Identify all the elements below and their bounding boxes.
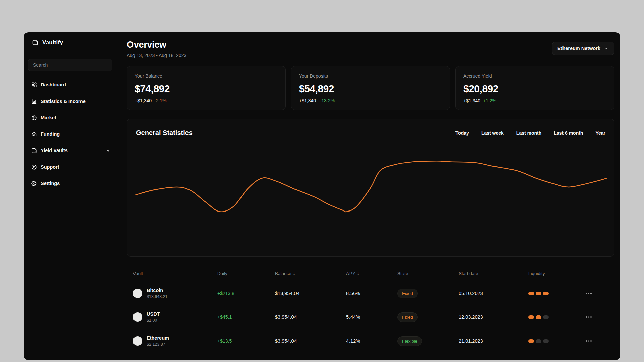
vault-price: $2,123.87 [147,342,169,347]
start-date-cell: 12.03.2023 [459,314,528,320]
liquidity-pill [536,292,541,295]
column-header-vault: Vault [133,271,217,276]
sidebar: Vaultify DashboardStatistics & IncomeMar… [24,32,118,360]
row-menu-button[interactable] [585,291,608,296]
sidebar-item-support[interactable]: Support [28,160,114,174]
wallet-icon [31,147,37,154]
sort-descending-icon: ↓ [293,271,296,276]
menu-dot [588,316,590,318]
chevron-down-icon [105,148,111,154]
column-header-label: Start date [459,271,478,276]
sidebar-item-label: Funding [41,131,60,137]
column-header-label: Vault [133,271,143,276]
gear-icon [31,180,37,187]
stat-card-delta: +$1,340+1.2% [463,98,607,103]
balance-cell: $13,954.04 [275,291,346,296]
app-logo: Vaultify [24,32,118,53]
column-header-label: Balance [275,271,291,276]
stat-card-label: Your Deposits [299,73,442,79]
state-badge: Fixed [397,312,418,322]
search-input[interactable] [28,59,112,71]
sidebar-item-dashboard[interactable]: Dashboard [28,78,114,92]
sidebar-item-funding[interactable]: Funding [28,127,114,141]
sidebar-item-settings[interactable]: Settings [28,177,114,190]
network-selector[interactable]: Ethereum Network [552,42,614,55]
start-date-cell: 21.01.2023 [459,338,528,344]
page-title: Overview [127,40,186,50]
main-header: Overview Aug 13, 2023 - Aug 18, 2023 Eth… [127,40,614,58]
page-heading: Overview Aug 13, 2023 - Aug 18, 2023 [127,40,186,58]
apy-cell: 4.12% [346,338,397,344]
daily-change-cell: +$45.1 [217,314,275,320]
time-filter-today[interactable]: Today [455,130,469,136]
state-cell: Fixed [397,312,459,322]
sidebar-item-label: Dashboard [41,82,66,87]
liquidity-pill [536,315,541,319]
main-content: Overview Aug 13, 2023 - Aug 18, 2023 Eth… [118,32,620,360]
table-row: Bitcoin$13,643.21+$213.8$13,954.048.56%F… [127,282,614,305]
daily-change-cell: +$213.8 [217,291,275,296]
sidebar-item-label: Support [41,164,59,170]
wallet-icon [32,39,39,46]
table-body: Bitcoin$13,643.21+$213.8$13,954.048.56%F… [127,282,614,353]
time-filter-last-week[interactable]: Last week [481,130,504,136]
state-badge: Flexible [397,336,422,346]
vault-name-wrap: Ethereum$2,123.87 [147,335,169,347]
liquidity-indicator [528,339,585,343]
stat-card-delta-percent: +13.2% [319,98,335,103]
vault-cell: USDT$1.00 [133,311,217,323]
column-header-apy[interactable]: APY↓ [346,271,397,276]
liquidity-indicator [528,315,585,319]
sidebar-item-yield-vaults[interactable]: Yield Vaults [28,144,114,157]
sidebar-nav: DashboardStatistics & IncomeMarketFundin… [24,78,118,190]
liquidity-pill [536,339,541,343]
row-menu-button[interactable] [585,338,608,344]
time-filter-last-month[interactable]: Last month [516,130,541,136]
column-header-start-date: Start date [459,271,528,276]
column-header-liquidity: Liquidity [528,271,585,276]
stat-card-value: $54,892 [299,83,442,95]
lifebuoy-icon [31,164,37,170]
time-filters: TodayLast weekLast monthLast 6 monthYear [455,130,605,136]
balance-cell: $3,954.04 [275,314,346,320]
liquidity-pill [543,315,549,319]
app-title: Vaultify [42,39,63,46]
stat-card-delta-absolute: +$1,340 [463,98,480,103]
vault-name: Ethereum [147,335,169,341]
stat-card-delta-absolute: +$1,340 [299,98,316,103]
menu-dot [586,340,587,342]
chart-title: General Statistics [136,129,193,137]
vault-cell: Bitcoin$13,643.21 [133,288,217,299]
menu-dot [590,316,592,318]
stat-card-value: $20,892 [463,83,607,95]
row-menu-button[interactable] [585,314,608,320]
stat-card-delta: +$1,340-2.1% [135,98,278,103]
apy-cell: 8.56% [346,291,397,296]
general-statistics-panel: General Statistics TodayLast weekLast mo… [127,119,614,257]
stat-card: Your Deposits$54,892+$1,340+13.2% [291,66,450,110]
liquidity-pill [543,292,549,295]
sidebar-item-label: Settings [41,181,60,186]
sidebar-item-statistics-income[interactable]: Statistics & Income [28,95,114,108]
column-header-balance[interactable]: Balance↓ [275,271,346,276]
vault-name: Bitcoin [147,288,168,293]
globe-icon [31,115,37,121]
app-window: Vaultify DashboardStatistics & IncomeMar… [24,32,620,360]
stat-card-label: Accrued Yield [463,73,607,79]
sidebar-item-market[interactable]: Market [28,111,114,124]
liquidity-pill [543,339,549,343]
column-header-state: State [397,271,459,276]
stat-card: Your Balance$74,892+$1,340-2.1% [127,66,286,110]
column-header-label: State [397,271,408,276]
time-filter-year[interactable]: Year [595,130,605,136]
network-selector-label: Ethereum Network [557,46,600,51]
bar-chart-icon [31,98,37,105]
start-date-cell: 05.10.2023 [459,291,528,296]
liquidity-pill [528,315,534,319]
vault-cell: Ethereum$2,123.87 [133,335,217,347]
time-filter-last-6-month[interactable]: Last 6 month [554,130,583,136]
vault-name-wrap: USDT$1.00 [147,311,160,323]
stat-card-delta-percent: +1.2% [483,98,496,103]
menu-dot [586,293,587,294]
liquidity-pill [528,292,534,295]
